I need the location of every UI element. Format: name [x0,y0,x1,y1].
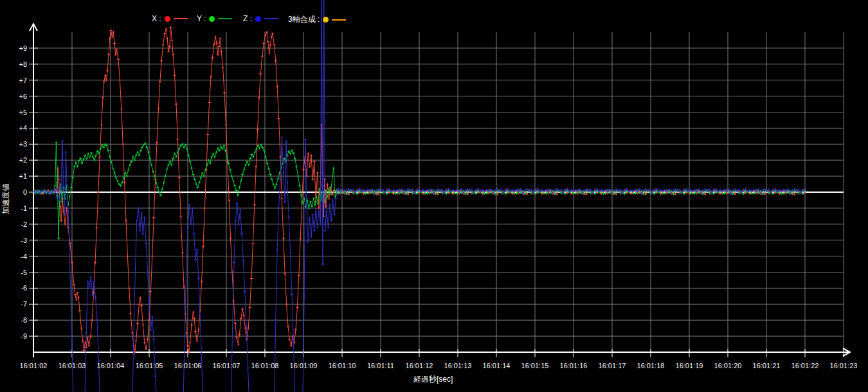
legend-label-z: Z : [243,14,252,23]
legend-dot-icon-composite [323,17,329,22]
legend-item-x: X : [152,14,188,23]
legend-line-icon-y [218,18,232,19]
legend-dot-icon-x [165,16,170,22]
legend-dot-icon-z [255,16,261,22]
legend-label-composite: 3軸合成 : [288,14,320,25]
legend-line-icon-z [264,18,278,19]
legend-item-composite: 3軸合成 : [288,14,346,25]
chart-canvas [0,0,868,392]
legend-label-y: Y : [197,14,206,23]
legend-item-z: Z : [243,14,278,23]
legend-item-y: Y : [197,14,232,23]
legend-line-icon-x [174,18,188,19]
legend-line-icon-composite [332,19,346,21]
acceleration-chart: 加速度値 経過秒[sec] +9+8+7+6+5+4+3+2+10-1-2-3-… [0,0,868,392]
legend-dot-icon-y [209,16,215,22]
legend: X : Y : Z : 3軸合成 : [0,0,868,26]
legend-label-x: X : [152,14,161,23]
